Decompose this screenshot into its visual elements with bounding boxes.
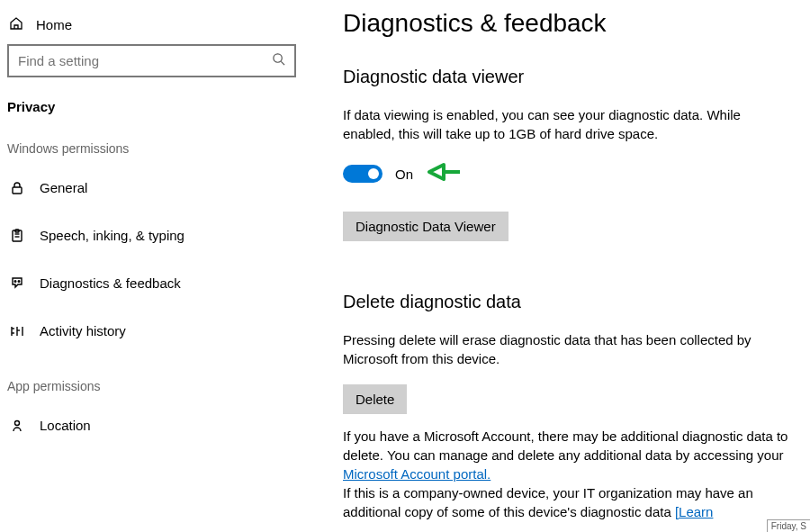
- diagnostic-viewer-toggle[interactable]: [343, 165, 382, 183]
- sidebar-item-general[interactable]: General: [7, 170, 296, 205]
- svg-point-15: [15, 420, 20, 425]
- sidebar-group-app-permissions: App permissions: [7, 379, 296, 408]
- diagnostic-viewer-desc: If data viewing is enabled, you can see …: [343, 105, 790, 143]
- delete-desc: Pressing delete will erase diagnostic da…: [343, 330, 790, 368]
- search-box[interactable]: [7, 44, 296, 77]
- sidebar-item-label: Location: [40, 418, 91, 433]
- ms-account-portal-link[interactable]: Microsoft Account portal.: [343, 466, 490, 482]
- location-icon: [9, 419, 25, 433]
- delete-button[interactable]: Delete: [343, 384, 407, 414]
- sidebar-item-location[interactable]: Location: [7, 408, 296, 443]
- svg-point-7: [14, 280, 16, 282]
- ms-account-info: If you have a Microsoft Account, there m…: [343, 427, 790, 521]
- home-icon: [9, 16, 23, 33]
- lock-icon: [9, 181, 25, 195]
- clipboard-icon: [9, 229, 25, 243]
- sidebar-group-windows-permissions: Windows permissions: [7, 141, 296, 170]
- search-icon[interactable]: [272, 52, 285, 69]
- sidebar-item-activity[interactable]: Activity history: [7, 313, 296, 348]
- search-input[interactable]: [18, 53, 272, 68]
- toggle-label: On: [395, 167, 413, 182]
- section-diagnostic-viewer-title: Diagnostic data viewer: [343, 67, 790, 87]
- sidebar-item-diagnostics[interactable]: Diagnostics & feedback: [7, 266, 296, 301]
- activity-icon: [9, 324, 25, 338]
- home-link[interactable]: Home: [7, 13, 296, 44]
- sidebar-item-label: Speech, inking, & typing: [40, 228, 184, 243]
- section-delete-title: Delete diagnostic data: [343, 292, 790, 312]
- learn-more-link[interactable]: [Learn: [675, 504, 714, 519]
- sidebar-item-label: General: [40, 180, 87, 195]
- svg-point-0: [274, 54, 282, 62]
- sidebar-item-label: Diagnostics & feedback: [40, 275, 181, 291]
- sidebar-category: Privacy: [7, 99, 296, 141]
- sidebar-item-label: Activity history: [40, 323, 126, 338]
- info-text: If you have a Microsoft Account, there m…: [343, 428, 788, 463]
- page-title: Diagnostics & feedback: [343, 9, 790, 38]
- home-label: Home: [36, 17, 72, 32]
- toggle-knob: [368, 168, 379, 179]
- sidebar-item-speech[interactable]: Speech, inking, & typing: [7, 218, 296, 253]
- diagnostic-data-viewer-button[interactable]: Diagnostic Data Viewer: [343, 212, 508, 241]
- arrow-annotation-icon: [426, 159, 462, 188]
- svg-rect-2: [13, 187, 22, 194]
- svg-line-1: [281, 61, 284, 65]
- feedback-icon: [9, 276, 25, 291]
- footer-timestamp: Friday, S: [767, 519, 810, 532]
- svg-point-8: [18, 280, 20, 282]
